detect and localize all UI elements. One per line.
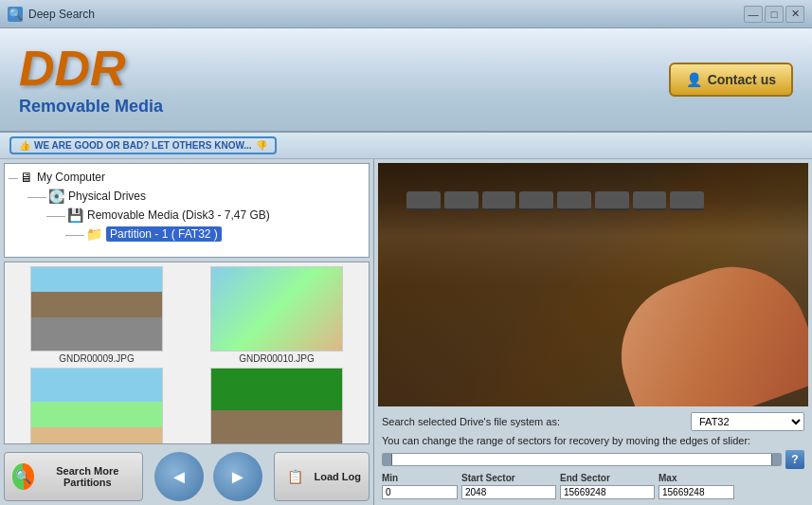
load-log-label: Load Log	[315, 471, 362, 482]
next-button[interactable]: ►	[213, 452, 262, 501]
min-input[interactable]	[382, 485, 458, 499]
end-sector-input[interactable]	[560, 485, 655, 499]
app-icon: 🔍	[8, 7, 23, 22]
left-panel: — 🖥 My Computer —— 💽 Physical Drives —— …	[0, 159, 374, 505]
slider-row: ?	[382, 450, 804, 469]
rating-bar[interactable]: 👍 WE ARE GOOD OR BAD? LET OTHERS KNOW...…	[0, 133, 812, 159]
thumb-image-3	[30, 368, 163, 444]
right-panel: 8 GBflashdrive Search selected Drive's f…	[374, 159, 812, 505]
bottom-buttons-row: 🔍 Search More Partitions ◄ ► 📋 Load Log	[0, 448, 373, 505]
rating-text: WE ARE GOOD OR BAD? LET OTHERS KNOW...	[34, 140, 252, 151]
help-button[interactable]: ?	[785, 450, 804, 469]
header: DDR Removable Media 👤 Contact us	[0, 28, 812, 133]
tree-line4: ——	[65, 229, 84, 240]
usb-icon: 💾	[67, 207, 83, 223]
min-label: Min	[382, 473, 458, 483]
partition-icon: 📁	[86, 226, 102, 242]
back-button[interactable]: ◄	[154, 452, 204, 501]
load-log-icon: 📋	[282, 463, 309, 490]
rating-icon: 👍	[19, 140, 30, 151]
tree-label-physicaldrives: Physical Drives	[68, 189, 146, 203]
load-log-button[interactable]: 📋 Load Log	[274, 452, 370, 501]
min-sector-col: Min	[382, 473, 458, 499]
titlebar: 🔍 Deep Search — □ ✕	[0, 0, 812, 28]
close-button[interactable]: ✕	[785, 6, 804, 23]
main-content: — 🖥 My Computer —— 💽 Physical Drives —— …	[0, 159, 812, 505]
tree-label-removablemedia: Removable Media (Disk3 - 7,47 GB)	[87, 208, 270, 222]
titlebar-title: Deep Search	[28, 8, 742, 21]
fs-row: Search selected Drive's file system as: …	[382, 412, 804, 431]
contact-button[interactable]: 👤 Contact us	[669, 63, 793, 97]
sector-row: Min Start Sector End Sector Max	[382, 473, 804, 499]
maximize-button[interactable]: □	[765, 6, 784, 23]
preview-image: 8 GBflashdrive	[378, 163, 808, 406]
max-sector-col: Max	[659, 473, 734, 499]
fs-label: Search selected Drive's file system as:	[382, 416, 683, 427]
start-label: Start Sector	[461, 473, 556, 483]
next-icon: ►	[228, 466, 247, 488]
tree-item-partition[interactable]: —— 📁 Partition - 1 ( FAT32 )	[9, 225, 365, 243]
end-label: End Sector	[560, 473, 655, 483]
tree-label-partition: Partition - 1 ( FAT32 )	[106, 226, 222, 242]
tree-label-mycomputer: My Computer	[37, 171, 105, 184]
rating-badge[interactable]: 👍 WE ARE GOOD OR BAD? LET OTHERS KNOW...…	[9, 136, 277, 154]
back-icon: ◄	[170, 466, 189, 488]
minimize-button[interactable]: —	[744, 6, 763, 23]
thumb-image-1	[30, 266, 163, 352]
tree-line: —	[9, 172, 18, 183]
tree-item-physicaldrives[interactable]: —— 💽 Physical Drives	[9, 187, 365, 206]
slider-track[interactable]	[382, 453, 782, 466]
tree-view: — 🖥 My Computer —— 💽 Physical Drives —— …	[4, 163, 370, 258]
start-sector-col: Start Sector	[461, 473, 556, 499]
list-item[interactable]: GNDR00010.JPG	[189, 266, 365, 364]
tree-line3: ——	[46, 210, 65, 221]
nav-buttons: ◄ ►	[147, 452, 269, 501]
search-more-label: Search More Partitions	[40, 465, 135, 488]
max-label: Max	[659, 473, 734, 483]
search-more-icon: 🔍	[12, 463, 34, 490]
list-item[interactable]: GNDR00012.JPG	[189, 368, 365, 444]
controls-area: Search selected Drive's file system as: …	[374, 406, 812, 505]
list-item[interactable]: GNDR00009.JPG	[9, 266, 185, 364]
fs-select[interactable]: FAT32 NTFS FAT16	[691, 412, 804, 431]
thumbnail-grid: GNDR00009.JPG GNDR00010.JPG GNDR00011.JP…	[4, 262, 370, 444]
max-input[interactable]	[659, 485, 734, 499]
thumb-label-1: GNDR00009.JPG	[59, 353, 134, 364]
range-info: You can change the range of sectors for …	[382, 435, 804, 446]
contact-icon: 👤	[686, 72, 702, 87]
logo-subtitle: Removable Media	[19, 97, 163, 117]
start-sector-input[interactable]	[461, 485, 556, 499]
list-item[interactable]: GNDR00011.JPG	[9, 368, 185, 444]
end-sector-col: End Sector	[560, 473, 655, 499]
thumb-image-4	[210, 368, 343, 444]
thumb-label-2: GNDR00010.JPG	[239, 353, 314, 364]
logo-ddr: DDR	[19, 44, 126, 93]
tree-line2: ——	[27, 191, 46, 202]
thumb-image-2	[210, 266, 343, 352]
search-more-button[interactable]: 🔍 Search More Partitions	[4, 452, 143, 501]
drive-icon: 💽	[48, 189, 64, 204]
computer-icon: 🖥	[20, 170, 33, 185]
tree-item-removablemedia[interactable]: —— 💾 Removable Media (Disk3 - 7,47 GB)	[9, 206, 365, 225]
contact-label: Contact us	[708, 72, 776, 87]
rating-icon2: 👎	[256, 140, 267, 151]
tree-item-mycomputer[interactable]: — 🖥 My Computer	[9, 168, 365, 187]
app-logo: DDR Removable Media	[19, 44, 163, 117]
